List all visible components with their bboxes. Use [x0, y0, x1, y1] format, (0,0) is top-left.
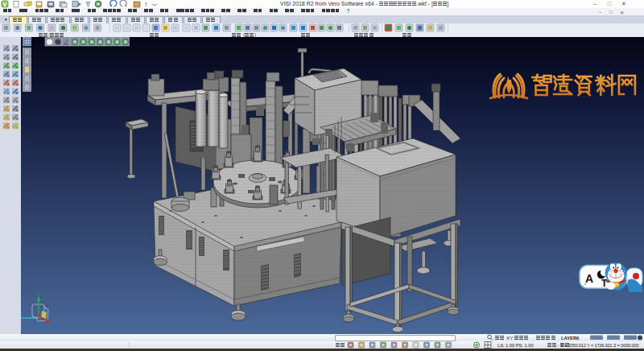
svg-text:A: A — [585, 272, 593, 285]
